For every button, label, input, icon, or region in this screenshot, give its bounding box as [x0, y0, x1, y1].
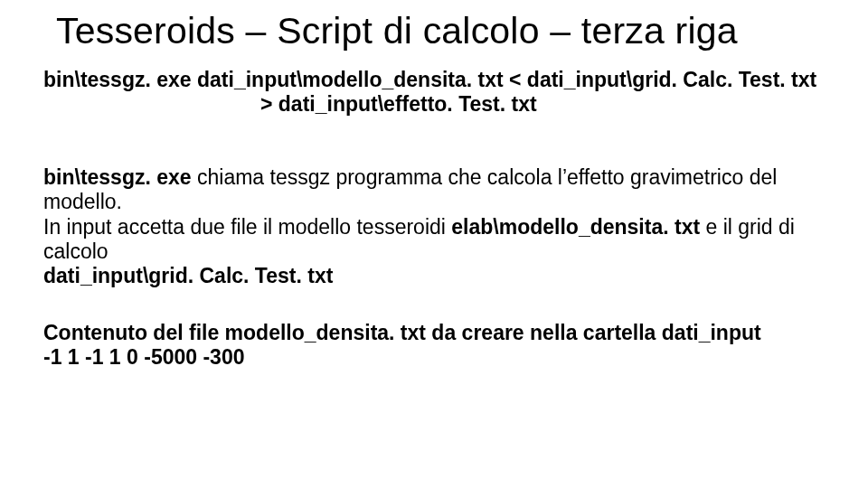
- command-block: bin\tessgz. exe dati_input\modello_densi…: [43, 68, 825, 117]
- desc-bold-2: elab\modello_densita. txt: [451, 215, 700, 239]
- desc-bold-3: dati_input\grid. Calc. Test. txt: [43, 264, 333, 287]
- page-title: Tesseroids – Script di calcolo – terza r…: [56, 11, 825, 52]
- desc-text-2: In input accetta due file il modello tes…: [43, 215, 451, 239]
- command-line-2: > dati_input\effetto. Test. txt: [43, 92, 825, 117]
- slide: Tesseroids – Script di calcolo – terza r…: [0, 0, 868, 488]
- command-line-1: bin\tessgz. exe dati_input\modello_densi…: [43, 68, 816, 91]
- footer-line-2: -1 1 -1 1 0 -5000 -300: [43, 345, 244, 369]
- desc-bold-1: bin\tessgz. exe: [43, 165, 192, 189]
- file-content-block: Contenuto del file modello_densita. txt …: [43, 321, 825, 370]
- footer-line-1: Contenuto del file modello_densita. txt …: [43, 321, 761, 344]
- description-block: bin\tessgz. exe chiama tessgz programma …: [43, 165, 825, 288]
